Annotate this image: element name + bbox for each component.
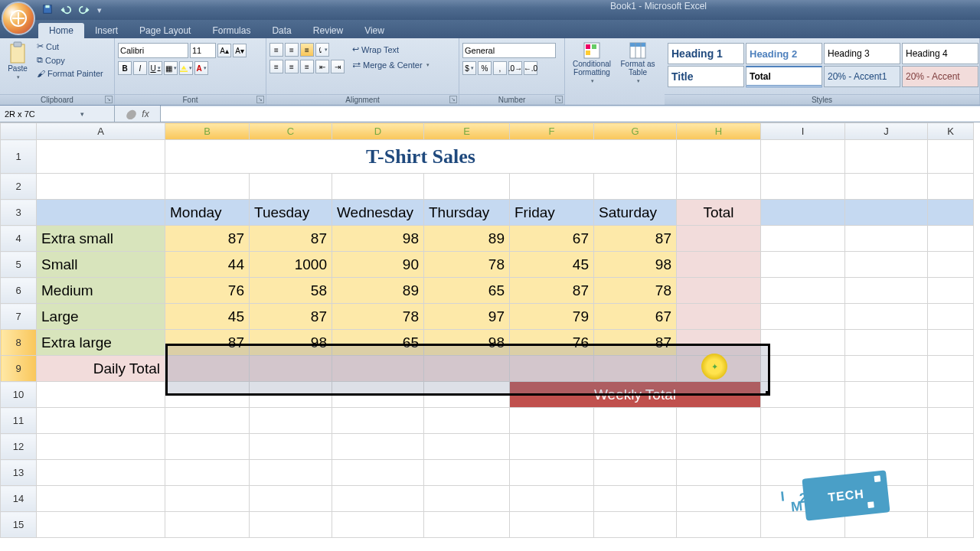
row-header-10[interactable]: 10 xyxy=(1,382,37,408)
wrap-text-button[interactable]: ↩Wrap Text xyxy=(349,43,433,56)
cell-J13[interactable] xyxy=(845,460,928,486)
cell-A11[interactable] xyxy=(37,408,165,434)
cell-J8[interactable] xyxy=(845,330,928,356)
conditional-formatting-button[interactable]: Conditional Formatting▾ xyxy=(568,40,616,86)
cell-K9[interactable] xyxy=(928,356,974,382)
align-bottom-icon[interactable]: ≡ xyxy=(300,43,314,57)
cell-G13[interactable] xyxy=(594,460,677,486)
cell-K7[interactable] xyxy=(928,304,974,330)
orientation-icon[interactable]: ⤹▾ xyxy=(315,43,329,57)
cell-K13[interactable] xyxy=(928,460,974,486)
cell-A9[interactable]: Daily Total xyxy=(37,356,165,382)
cell-I15[interactable] xyxy=(761,512,845,538)
cell-J6[interactable] xyxy=(845,278,928,304)
cell-F2[interactable] xyxy=(510,174,594,200)
cell-K12[interactable] xyxy=(928,434,974,460)
percent-format-icon[interactable]: % xyxy=(478,61,492,75)
tab-data[interactable]: Data xyxy=(261,23,302,38)
clipboard-launcher-icon[interactable]: ↘ xyxy=(105,96,113,103)
cell-C6[interactable]: 58 xyxy=(250,278,332,304)
cell-E2[interactable] xyxy=(424,174,510,200)
cell-I6[interactable] xyxy=(761,278,845,304)
cell-I7[interactable] xyxy=(761,304,845,330)
cell-I1[interactable] xyxy=(761,140,845,174)
cell-I9[interactable] xyxy=(761,356,845,382)
cell-G6[interactable]: 78 xyxy=(594,278,677,304)
cell-I14[interactable] xyxy=(761,486,845,512)
row-header-3[interactable]: 3 xyxy=(1,200,37,226)
increase-indent-icon[interactable]: ⇥ xyxy=(331,60,345,73)
cell-F14[interactable] xyxy=(510,486,594,512)
cell-J9[interactable] xyxy=(845,356,928,382)
cell-G8[interactable]: 87 xyxy=(594,330,677,356)
cell-F9[interactable] xyxy=(510,356,594,382)
number-format-combo[interactable] xyxy=(462,43,556,58)
cell-G3[interactable]: Saturday xyxy=(594,200,677,226)
cell-C14[interactable] xyxy=(250,486,332,512)
tab-formulas[interactable]: Formulas xyxy=(201,23,261,38)
cell-H12[interactable] xyxy=(677,434,761,460)
cell-C8[interactable]: 98 xyxy=(250,330,332,356)
qat-more-icon[interactable]: ▾ xyxy=(97,5,102,15)
align-right-icon[interactable]: ≡ xyxy=(300,60,314,73)
cell-E3[interactable]: Thursday xyxy=(424,200,510,226)
cell-F12[interactable] xyxy=(510,434,594,460)
name-box-dropdown-icon[interactable]: ▾ xyxy=(77,110,87,118)
cell-H9[interactable] xyxy=(677,356,761,382)
cell-A3[interactable] xyxy=(37,200,165,226)
cell-G7[interactable]: 67 xyxy=(594,304,677,330)
cell-E6[interactable]: 65 xyxy=(424,278,510,304)
row-header-8[interactable]: 8 xyxy=(1,330,37,356)
cell-B12[interactable] xyxy=(165,434,250,460)
cell-C9[interactable] xyxy=(250,356,332,382)
cell-A13[interactable] xyxy=(37,460,165,486)
cell-D2[interactable] xyxy=(332,174,424,200)
cell-F8[interactable]: 76 xyxy=(510,330,594,356)
cell-H4[interactable] xyxy=(677,226,761,252)
align-middle-icon[interactable]: ≡ xyxy=(285,43,299,57)
cancel-icon[interactable]: ⬤ xyxy=(126,109,136,119)
cell-B6[interactable]: 76 xyxy=(165,278,250,304)
cell-H11[interactable] xyxy=(677,408,761,434)
cell-K1[interactable] xyxy=(928,140,974,174)
cell-J2[interactable] xyxy=(845,174,928,200)
cell-I11[interactable] xyxy=(761,408,845,434)
cell-C4[interactable]: 87 xyxy=(250,226,332,252)
cell-K4[interactable] xyxy=(928,226,974,252)
cell-B13[interactable] xyxy=(165,460,250,486)
cell-K6[interactable] xyxy=(928,278,974,304)
copy-button[interactable]: ⧉Copy xyxy=(34,54,106,67)
row-header-11[interactable]: 11 xyxy=(1,408,37,434)
select-all-corner[interactable] xyxy=(1,123,37,140)
cell-B1[interactable]: T-Shirt Sales xyxy=(165,140,677,174)
cell-H15[interactable] xyxy=(677,512,761,538)
cell-D5[interactable]: 90 xyxy=(332,252,424,278)
cell-C12[interactable] xyxy=(250,434,332,460)
style-heading-3[interactable]: Heading 3 xyxy=(824,43,900,64)
font-color-button[interactable]: A▾ xyxy=(194,61,208,75)
worksheet-grid[interactable]: ABCDEFGHIJK1T-Shirt Sales23MondayTuesday… xyxy=(0,122,980,551)
tab-page-layout[interactable]: Page Layout xyxy=(129,23,201,38)
col-header-A[interactable]: A xyxy=(37,123,165,140)
tab-review[interactable]: Review xyxy=(302,23,354,38)
paste-button[interactable]: Paste▾ xyxy=(3,40,32,83)
comma-format-icon[interactable]: , xyxy=(493,61,507,75)
cell-I3[interactable] xyxy=(761,200,845,226)
cell-A15[interactable] xyxy=(37,512,165,538)
cell-I2[interactable] xyxy=(761,174,845,200)
row-header-7[interactable]: 7 xyxy=(1,304,37,330)
save-icon[interactable] xyxy=(42,4,53,16)
cell-C2[interactable] xyxy=(250,174,332,200)
cell-J15[interactable] xyxy=(845,512,928,538)
style-heading-1[interactable]: Heading 1 xyxy=(668,43,744,64)
cell-B2[interactable] xyxy=(165,174,250,200)
cell-K11[interactable] xyxy=(928,408,974,434)
align-center-icon[interactable]: ≡ xyxy=(285,60,299,73)
cell-H5[interactable] xyxy=(677,252,761,278)
font-name-combo[interactable] xyxy=(118,43,188,58)
underline-button[interactable]: U▾ xyxy=(149,61,162,75)
style-title[interactable]: Title xyxy=(668,66,744,87)
col-header-K[interactable]: K xyxy=(928,123,974,140)
cell-F15[interactable] xyxy=(510,512,594,538)
cell-E4[interactable]: 89 xyxy=(424,226,510,252)
